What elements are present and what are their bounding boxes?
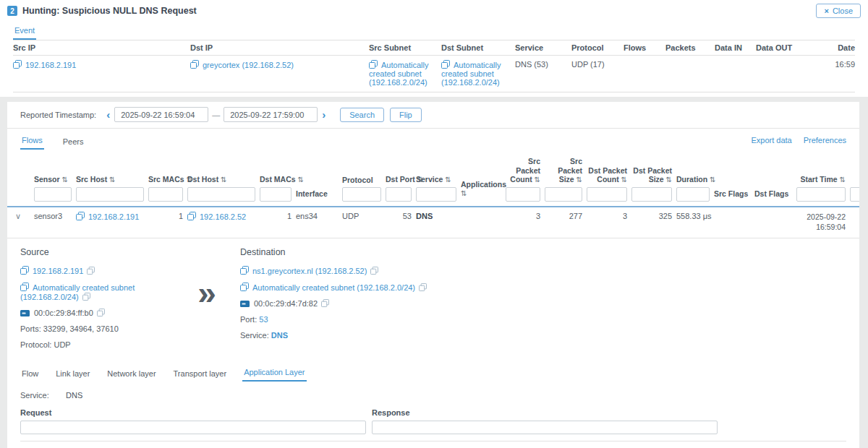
event-src-ip-link[interactable]: 192.168.2.191 xyxy=(13,61,76,69)
tab-application-layer[interactable]: Application Layer xyxy=(242,364,306,382)
sort-icon[interactable]: ⇅ xyxy=(666,176,672,184)
event-dst-ip-link[interactable]: greycortex (192.168.2.52) xyxy=(190,61,294,69)
subnet-icon xyxy=(240,283,249,291)
answers-label: answers: xyxy=(372,446,718,448)
timestamp-label: Reported Timestamp: xyxy=(20,111,96,119)
filter-sensor-input[interactable] xyxy=(34,187,72,202)
filter-duration-input[interactable] xyxy=(676,187,710,202)
chevron-down-icon[interactable]: ∨ xyxy=(15,212,21,220)
flow-row[interactable]: ∨ sensor3 192.168.2.191 1 192.168.2.52 1… xyxy=(7,207,859,238)
copy-icon[interactable] xyxy=(419,283,427,291)
layer-tabs: Flow Link layer Network layer Transport … xyxy=(7,358,859,382)
timestamp-to-input[interactable] xyxy=(224,107,318,122)
source-mac: 00:0c:29:84:ff:b0 xyxy=(20,309,174,318)
event-panel: 2 Hunting: Suspicious NULL DNS Request ×… xyxy=(0,0,868,97)
sort-icon[interactable]: ⇅ xyxy=(710,176,715,184)
sort-icon[interactable]: ⇅ xyxy=(298,176,304,184)
col-src-host: Src Host ⇅ xyxy=(76,175,144,184)
sort-icon[interactable]: ⇅ xyxy=(62,176,68,184)
filter-service-input[interactable] xyxy=(416,187,456,202)
col-packets: Packets xyxy=(665,43,715,52)
preferences-link[interactable]: Preferences xyxy=(804,136,846,145)
copy-icon[interactable] xyxy=(370,267,378,275)
event-dst-subnet-link[interactable]: Automatically created subnet (192.168.2.… xyxy=(441,61,501,87)
flow-src-host-link[interactable]: 192.168.2.191 xyxy=(76,212,139,221)
filter-dst-packet-count-input[interactable] xyxy=(587,187,627,202)
tab-event[interactable]: Event xyxy=(13,22,36,40)
title-bar: 2 Hunting: Suspicious NULL DNS Request ×… xyxy=(0,0,868,21)
sort-icon[interactable]: ⇅ xyxy=(621,176,627,184)
export-data-link[interactable]: Export data xyxy=(751,136,791,145)
filter-src-packet-count-input[interactable] xyxy=(506,187,540,202)
timestamp-from-input[interactable] xyxy=(114,107,208,122)
flow-dst-host-link[interactable]: 192.168.2.52 xyxy=(187,212,246,221)
source-host-link[interactable]: 192.168.2.191 xyxy=(20,267,95,275)
response-filter-input[interactable] xyxy=(372,421,718,434)
destination-subnet-link[interactable]: Automatically created subnet (192.168.2.… xyxy=(240,283,427,292)
filter-dst-packet-size-input[interactable] xyxy=(631,187,672,202)
tab-link-layer[interactable]: Link layer xyxy=(54,366,91,382)
destination-port-link[interactable]: 53 xyxy=(259,315,268,324)
source-subnet-link[interactable]: Automatically created subnet (192.168.2.… xyxy=(20,283,135,301)
filter-src-host-input[interactable] xyxy=(76,187,144,202)
sort-icon[interactable]: ⇅ xyxy=(840,176,846,184)
col-src-packet-size: Src Packet Size ⇅ xyxy=(545,157,582,184)
filter-src-packet-size-input[interactable] xyxy=(545,187,582,202)
col-dst-port: Dst Port ⇅ xyxy=(386,175,412,184)
tab-flows[interactable]: Flows xyxy=(20,132,44,150)
col-dst-packet-count: Dst Packet Count ⇅ xyxy=(587,166,627,185)
flows-tabs: Flows Peers Export data Preferences xyxy=(7,129,859,150)
event-src-subnet-link[interactable]: Automatically created subnet (192.168.2.… xyxy=(369,61,428,87)
flip-button[interactable]: Flip xyxy=(390,108,422,122)
chevron-left-icon[interactable]: ‹ xyxy=(102,109,114,120)
request-filter-input[interactable] xyxy=(20,421,366,434)
col-src-flags: Src Flags xyxy=(714,189,750,199)
destination-service-link[interactable]: DNS xyxy=(271,331,288,340)
filter-dst-macs-input[interactable] xyxy=(260,187,292,202)
source-protocol: Protocol: UDP xyxy=(20,340,174,350)
host-icon xyxy=(190,60,199,69)
tab-flow[interactable]: Flow xyxy=(20,366,40,382)
flow-dst-packet-count: 3 xyxy=(584,212,629,220)
filter-extra-input[interactable] xyxy=(850,187,859,202)
filter-dst-port-input[interactable] xyxy=(386,187,412,202)
col-src-ip: Src IP xyxy=(13,43,190,52)
page-title: Hunting: Suspicious NULL DNS Request xyxy=(22,6,197,16)
flows-table-header: Sensor ⇅ Src Host ⇅ Src MACs ⇅ Dst Host … xyxy=(7,151,859,207)
copy-icon[interactable] xyxy=(82,293,90,301)
sort-icon[interactable]: ⇅ xyxy=(109,176,115,184)
filter-dst-host-input[interactable] xyxy=(187,187,255,202)
flows-actions: Export data Preferences xyxy=(751,136,846,150)
close-button[interactable]: ×Close xyxy=(816,4,861,18)
sort-icon[interactable]: ⇅ xyxy=(221,176,226,184)
tab-transport-layer[interactable]: Transport layer xyxy=(172,366,229,382)
col-duration: Duration ⇅ xyxy=(676,175,710,184)
source-ports: Ports: 33299, 34964, 37610 xyxy=(20,324,174,334)
flow-direction-icon: » xyxy=(174,247,240,357)
filter-start-time-input[interactable] xyxy=(796,187,846,202)
copy-icon[interactable] xyxy=(321,299,329,307)
flow-service: DNS xyxy=(414,212,459,220)
tab-network-layer[interactable]: Network layer xyxy=(106,366,157,382)
col-data-in: Data IN xyxy=(715,43,756,52)
sort-icon[interactable]: ⇅ xyxy=(576,176,582,184)
sort-icon[interactable]: ⇅ xyxy=(535,176,540,184)
col-dst-packet-size: Dst Packet Size ⇅ xyxy=(631,166,672,185)
destination-host-link[interactable]: ns1.greycortex.nl (192.168.2.52) xyxy=(240,267,378,275)
filter-protocol-input[interactable] xyxy=(342,187,381,202)
flows-panel: Reported Timestamp: ‹ — › Search Flip Fl… xyxy=(7,102,859,448)
copy-icon[interactable] xyxy=(97,309,105,316)
filter-src-macs-input[interactable] xyxy=(148,187,183,202)
event-protocol: UDP (17) xyxy=(571,60,624,69)
sort-icon[interactable]: ⇅ xyxy=(445,176,451,184)
search-button[interactable]: Search xyxy=(340,108,384,122)
close-icon: × xyxy=(824,7,828,15)
host-icon xyxy=(13,60,22,69)
sort-icon[interactable]: ⇅ xyxy=(461,189,467,197)
tab-peers[interactable]: Peers xyxy=(61,134,85,150)
severity-badge: 2 xyxy=(7,6,17,16)
detail-source: Source 192.168.2.191 Automatically creat… xyxy=(20,247,174,357)
chevron-right-icon[interactable]: › xyxy=(318,109,330,120)
service-label: Service: xyxy=(20,391,64,400)
copy-icon[interactable] xyxy=(87,267,95,275)
